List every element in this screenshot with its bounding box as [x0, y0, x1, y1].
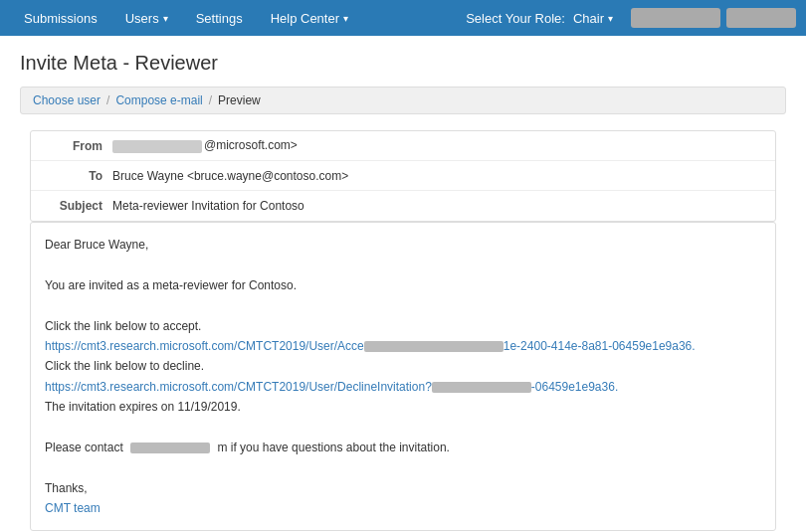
body-expiry: The invitation expires on 11/19/2019.	[45, 397, 761, 417]
user-box-2[interactable]	[726, 8, 796, 28]
breadcrumb: Choose user / Compose e-mail / Preview	[20, 87, 786, 114]
breadcrumb-sep-2: /	[209, 93, 212, 107]
email-header: From @microsoft.com> To Bruce Wayne <bru…	[30, 130, 776, 222]
from-address-blur	[112, 140, 202, 153]
email-from-value: @microsoft.com>	[112, 138, 298, 152]
breadcrumb-sep-1: /	[106, 93, 109, 107]
role-selector: Select Your Role: Chair ▾	[458, 0, 625, 36]
decline-link[interactable]: https://cmt3.research.microsoft.com/CMTC…	[45, 380, 618, 394]
users-dropdown-icon: ▾	[163, 13, 168, 24]
help-dropdown-icon: ▾	[343, 13, 348, 24]
accept-link[interactable]: https://cmt3.research.microsoft.com/CMTC…	[45, 339, 696, 353]
body-thanks: Thanks,	[45, 478, 761, 498]
nav-users[interactable]: Users ▾	[111, 0, 182, 36]
body-greeting: Dear Bruce Wayne,	[45, 235, 761, 255]
body-decline-url: https://cmt3.research.microsoft.com/CMTC…	[45, 377, 761, 397]
body-accept-prompt: Click the link below to accept.	[45, 316, 761, 336]
breadcrumb-choose-user[interactable]: Choose user	[33, 93, 101, 107]
body-accept-url: https://cmt3.research.microsoft.com/CMTC…	[45, 336, 761, 356]
navbar: Submissions Users ▾ Settings Help Center…	[0, 0, 806, 36]
email-subject-label: Subject	[43, 199, 102, 213]
email-from-label: From	[43, 139, 102, 153]
role-label: Select Your Role:	[466, 11, 565, 26]
breadcrumb-preview: Preview	[218, 93, 261, 107]
user-box-1[interactable]	[631, 8, 720, 28]
contact-blur	[130, 443, 210, 453]
body-line1: You are invited as a meta-reviewer for C…	[45, 275, 761, 295]
email-subject-value: Meta-reviewer Invitation for Contoso	[112, 199, 304, 213]
nav-help-center[interactable]: Help Center ▾	[257, 0, 362, 36]
chair-dropdown-icon: ▾	[608, 13, 613, 24]
breadcrumb-compose-email[interactable]: Compose e-mail	[115, 93, 202, 107]
nav-submissions[interactable]: Submissions	[10, 0, 111, 36]
email-to-row: To Bruce Wayne <bruce.wayne@contoso.com>	[31, 161, 775, 191]
email-to-value: Bruce Wayne <bruce.wayne@contoso.com>	[112, 169, 348, 183]
nav-chair[interactable]: Chair ▾	[569, 0, 617, 36]
accept-url-blur	[364, 341, 504, 352]
email-body: Dear Bruce Wayne, You are invited as a m…	[30, 222, 776, 531]
email-from-row: From @microsoft.com>	[31, 131, 775, 161]
page-content: Invite Meta - Reviewer Choose user / Com…	[0, 36, 806, 532]
nav-settings[interactable]: Settings	[182, 0, 257, 36]
body-decline-prompt: Click the link below to decline.	[45, 356, 761, 376]
email-subject-row: Subject Meta-reviewer Invitation for Con…	[31, 191, 775, 221]
page-title: Invite Meta - Reviewer	[20, 52, 786, 75]
decline-url-blur	[432, 382, 531, 393]
body-team: CMT team	[45, 498, 761, 518]
body-contact: Please contact m if you have questions a…	[45, 438, 761, 457]
email-to-label: To	[43, 169, 102, 183]
